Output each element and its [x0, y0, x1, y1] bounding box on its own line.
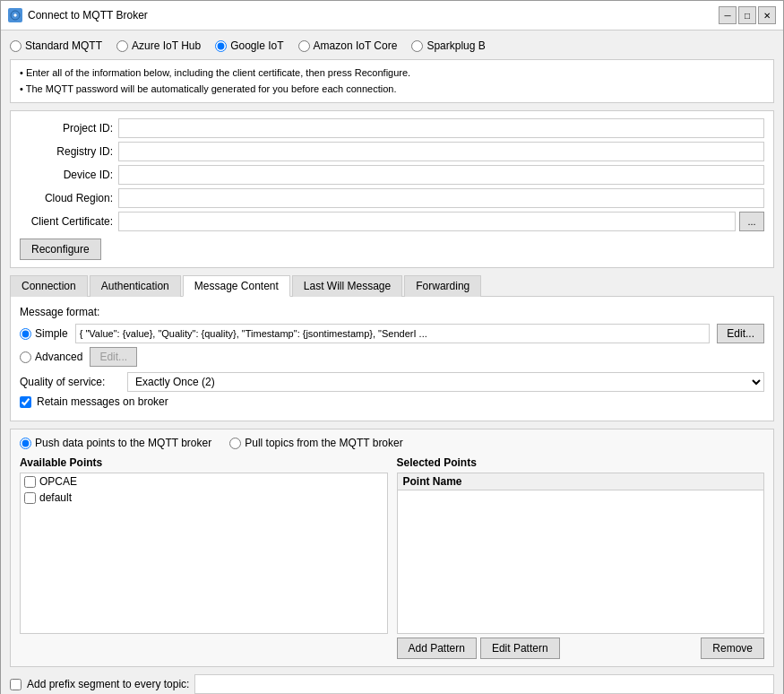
registry-id-row: Registry ID:: [20, 142, 764, 161]
standard-mqtt-option[interactable]: Standard MQTT: [10, 39, 102, 52]
title-bar-left: Connect to MQTT Broker: [8, 8, 148, 22]
simple-format-row: Simple Edit...: [20, 324, 764, 343]
pattern-buttons-row: Add Pattern Edit Pattern Remove: [397, 638, 765, 659]
points-container: Available Points OPCAE default: [20, 456, 764, 659]
list-item: default: [21, 490, 387, 506]
advanced-radio[interactable]: [20, 351, 31, 363]
simple-radio[interactable]: [20, 328, 31, 340]
simple-radio-option[interactable]: Simple: [20, 327, 68, 340]
push-pull-radio-row: Push data points to the MQTT broker Pull…: [20, 437, 764, 449]
dialog-content: Standard MQTT Azure IoT Hub Google IoT A…: [1, 30, 783, 694]
project-id-input[interactable]: [118, 118, 764, 138]
project-id-row: Project ID:: [20, 118, 764, 138]
edit-pattern-button[interactable]: Edit Pattern: [480, 638, 560, 659]
opcae-checkbox[interactable]: [24, 476, 36, 488]
default-checkbox[interactable]: [24, 492, 36, 504]
prefix-row: Add prefix segment to every topic:: [10, 674, 774, 694]
retain-messages-label: Retain messages on broker: [37, 395, 168, 408]
info-line-2: • The MQTT password will be automaticall…: [20, 82, 764, 98]
push-pull-section: Push data points to the MQTT broker Pull…: [10, 429, 774, 667]
dialog-icon: [8, 8, 22, 22]
sparkplug-label: Sparkplug B: [426, 39, 485, 52]
close-button[interactable]: ✕: [758, 6, 776, 24]
tab-connection[interactable]: Connection: [10, 275, 88, 297]
maximize-button[interactable]: □: [738, 6, 756, 24]
available-points-list: OPCAE default: [20, 473, 388, 634]
advanced-radio-option[interactable]: Advanced: [20, 351, 82, 363]
standard-mqtt-radio[interactable]: [10, 40, 22, 52]
tab-section: Connection Authentication Message Conten…: [10, 275, 774, 421]
tab-message-content[interactable]: Message Content: [183, 275, 290, 297]
dialog: Connect to MQTT Broker ─ □ ✕ Standard MQ…: [0, 0, 784, 694]
reconfigure-button[interactable]: Reconfigure: [20, 239, 101, 260]
browse-button[interactable]: ...: [739, 212, 764, 231]
advanced-format-row: Advanced Edit...: [20, 347, 764, 367]
amazon-iot-label: Amazon IoT Core: [314, 39, 398, 52]
push-radio[interactable]: [20, 438, 31, 449]
list-item: OPCAE: [21, 473, 387, 490]
amazon-iot-option[interactable]: Amazon IoT Core: [298, 39, 398, 52]
pull-radio[interactable]: [229, 438, 241, 449]
azure-iot-radio[interactable]: [116, 40, 128, 52]
title-bar: Connect to MQTT Broker ─ □ ✕: [1, 1, 783, 30]
device-id-label: Device ID:: [20, 169, 118, 181]
available-points-header: Available Points: [20, 456, 388, 469]
azure-iot-option[interactable]: Azure IoT Hub: [116, 39, 201, 52]
registry-id-label: Registry ID:: [20, 145, 118, 158]
dialog-title: Connect to MQTT Broker: [28, 9, 148, 22]
point-name-label: Point Name: [403, 475, 462, 488]
azure-iot-label: Azure IoT Hub: [132, 39, 201, 52]
remove-button[interactable]: Remove: [701, 638, 764, 659]
registry-id-input[interactable]: [118, 142, 764, 161]
cloud-region-label: Cloud Region:: [20, 192, 118, 204]
sparkplug-option[interactable]: Sparkplug B: [411, 39, 485, 52]
info-box: • Enter all of the information below, in…: [10, 59, 774, 103]
selected-points-header: Selected Points: [397, 456, 765, 469]
tab-authentication[interactable]: Authentication: [90, 275, 181, 297]
point-name-column-header: Point Name: [398, 473, 764, 490]
default-label: default: [39, 491, 72, 504]
push-radio-option[interactable]: Push data points to the MQTT broker: [20, 437, 211, 449]
tab-last-will[interactable]: Last Will Message: [292, 275, 402, 297]
project-id-label: Project ID:: [20, 122, 118, 134]
broker-type-group: Standard MQTT Azure IoT Hub Google IoT A…: [10, 39, 774, 52]
retain-messages-checkbox[interactable]: [20, 396, 31, 408]
message-format-label: Message format:: [20, 306, 764, 318]
client-cert-row: Client Certificate: ...: [20, 212, 764, 231]
advanced-label: Advanced: [35, 351, 82, 363]
simple-format-input[interactable]: [75, 324, 711, 343]
cloud-region-input[interactable]: [118, 188, 764, 208]
form-section: Project ID: Registry ID: Device ID: Clou…: [10, 110, 774, 268]
device-id-input[interactable]: [118, 165, 764, 185]
google-iot-label: Google IoT: [230, 39, 283, 52]
tab-bar: Connection Authentication Message Conten…: [10, 275, 774, 297]
window-controls: ─ □ ✕: [719, 6, 776, 24]
info-line-1: • Enter all of the information below, in…: [20, 65, 764, 82]
minimize-button[interactable]: ─: [719, 6, 737, 24]
advanced-edit-button[interactable]: Edit...: [90, 347, 137, 367]
amazon-iot-radio[interactable]: [298, 40, 310, 52]
sparkplug-radio[interactable]: [411, 40, 423, 52]
prefix-input[interactable]: [194, 674, 774, 694]
opcae-label: OPCAE: [39, 475, 77, 488]
google-iot-radio[interactable]: [215, 40, 227, 52]
selected-points-panel: Selected Points Point Name Add Pattern E…: [397, 456, 765, 659]
simple-edit-button[interactable]: Edit...: [717, 324, 764, 343]
prefix-checkbox[interactable]: [10, 679, 22, 690]
simple-label: Simple: [35, 327, 68, 340]
standard-mqtt-label: Standard MQTT: [25, 39, 102, 52]
qos-row: Quality of service: At Most Once (0) At …: [20, 372, 764, 392]
tab-forwarding[interactable]: Forwarding: [404, 275, 481, 297]
pull-radio-option[interactable]: Pull topics from the MQTT broker: [229, 437, 403, 449]
google-iot-option[interactable]: Google IoT: [215, 39, 283, 52]
device-id-row: Device ID:: [20, 165, 764, 185]
add-pattern-button[interactable]: Add Pattern: [397, 638, 477, 659]
available-points-panel: Available Points OPCAE default: [20, 456, 388, 659]
message-format-section: Message format: Simple Edit... Advanced: [20, 306, 764, 367]
qos-select[interactable]: At Most Once (0) At Least Once (1) Exact…: [127, 372, 764, 392]
cloud-region-row: Cloud Region:: [20, 188, 764, 208]
retain-messages-row: Retain messages on broker: [20, 395, 764, 408]
client-cert-input[interactable]: [118, 212, 736, 231]
prefix-label: Add prefix segment to every topic:: [27, 678, 189, 690]
push-label: Push data points to the MQTT broker: [35, 437, 211, 449]
